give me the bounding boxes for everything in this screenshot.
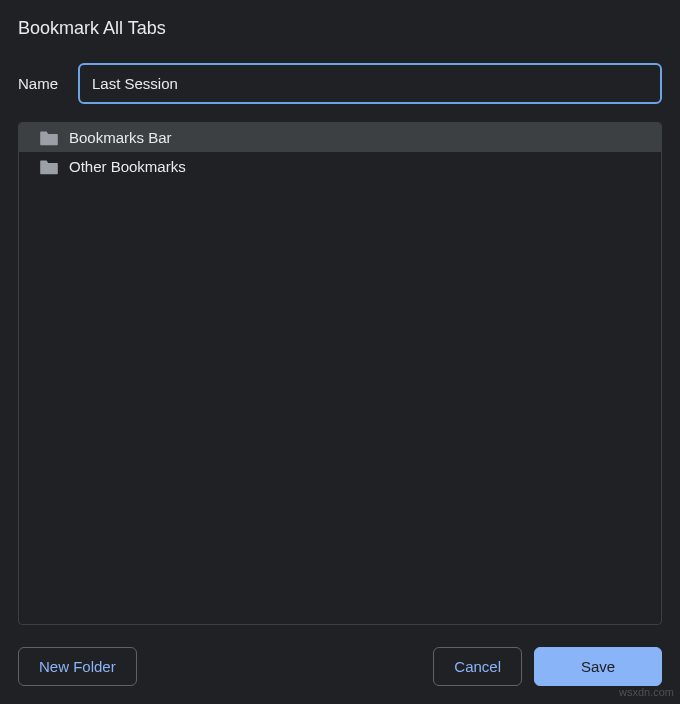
bookmark-all-tabs-dialog: Bookmark All Tabs Name Bookmarks Bar Oth… xyxy=(0,0,680,704)
name-row: Name xyxy=(18,63,662,104)
folder-tree[interactable]: Bookmarks Bar Other Bookmarks xyxy=(18,122,662,625)
folder-icon xyxy=(39,159,59,175)
button-row: New Folder Cancel Save xyxy=(18,647,662,686)
folder-label: Bookmarks Bar xyxy=(69,129,172,146)
name-input[interactable] xyxy=(78,63,662,104)
new-folder-button[interactable]: New Folder xyxy=(18,647,137,686)
folder-icon xyxy=(39,130,59,146)
dialog-title: Bookmark All Tabs xyxy=(18,18,662,39)
folder-label: Other Bookmarks xyxy=(69,158,186,175)
folder-item-other-bookmarks[interactable]: Other Bookmarks xyxy=(19,152,661,181)
save-button[interactable]: Save xyxy=(534,647,662,686)
cancel-button[interactable]: Cancel xyxy=(433,647,522,686)
name-label: Name xyxy=(18,75,66,92)
button-row-right: Cancel Save xyxy=(433,647,662,686)
folder-item-bookmarks-bar[interactable]: Bookmarks Bar xyxy=(19,123,661,152)
